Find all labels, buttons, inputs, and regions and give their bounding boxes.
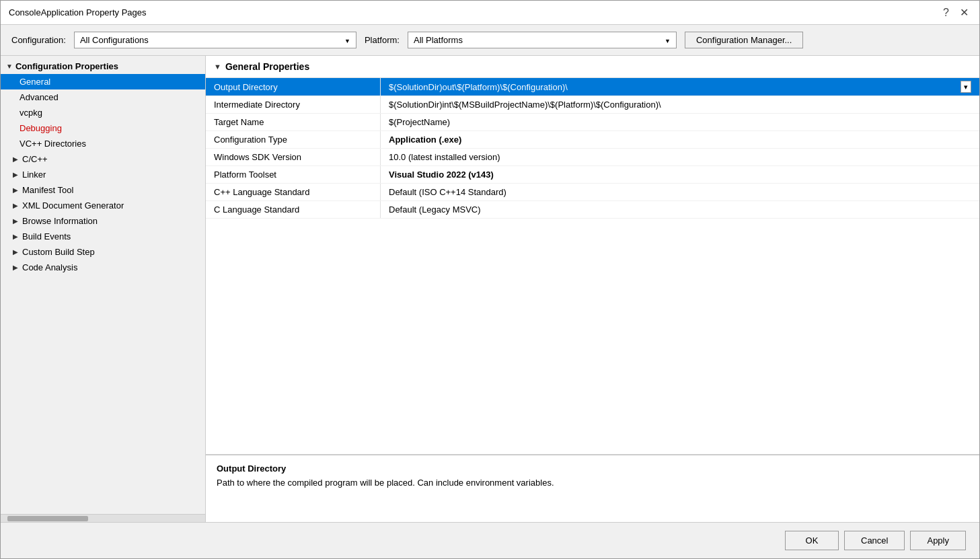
- description-panel: Output Directory Path to where the compi…: [206, 455, 979, 522]
- sidebar-item-debugging[interactable]: Debugging: [1, 120, 205, 136]
- manifest-expand-arrow: [13, 186, 18, 194]
- c-standard-value-text: Default (Legacy MSVC): [389, 204, 971, 215]
- xmldoc-expand-arrow: [13, 202, 18, 209]
- codeanalysis-expand-arrow: [13, 264, 18, 271]
- sidebar-item-custom-build[interactable]: Custom Build Step: [1, 244, 205, 260]
- output-dir-name: Output Directory: [206, 78, 381, 96]
- content-area: ▼ General Properties Output Directory $(…: [206, 56, 979, 522]
- output-dir-dropdown-btn[interactable]: ▾: [960, 81, 971, 93]
- sidebar-item-linker[interactable]: Linker: [1, 167, 205, 182]
- description-title: Output Directory: [217, 463, 969, 474]
- property-row-config-type[interactable]: Configuration Type Application (.exe): [206, 131, 979, 149]
- xmldoc-label: XML Document Generator: [22, 200, 124, 211]
- sidebar-section-title: Configuration Properties: [15, 61, 118, 71]
- buildevents-label: Build Events: [22, 231, 71, 241]
- custombuild-expand-arrow: [13, 248, 18, 256]
- buildevents-expand-arrow: [13, 233, 18, 240]
- sidebar-item-vcdirectories[interactable]: VC++ Directories: [1, 136, 205, 151]
- cancel-button[interactable]: Cancel: [844, 531, 905, 550]
- custombuild-label: Custom Build Step: [22, 247, 95, 257]
- sidebar-item-build-events[interactable]: Build Events: [1, 229, 205, 244]
- platform-dropdown[interactable]: All Platforms: [408, 32, 677, 48]
- intermediate-dir-value: $(SolutionDir)int\$(MSBuildProjectName)\…: [381, 96, 979, 113]
- property-row-sdk-version[interactable]: Windows SDK Version 10.0 (latest install…: [206, 149, 979, 166]
- config-dropdown-arrow: [344, 35, 350, 45]
- sidebar-item-browse-info[interactable]: Browse Information: [1, 213, 205, 229]
- config-value: All Configurations: [80, 35, 149, 45]
- section-arrow: ▼: [214, 63, 221, 71]
- sidebar-item-vcpkg[interactable]: vcpkg: [1, 105, 205, 120]
- footer: OK Cancel Apply: [1, 522, 979, 558]
- description-text: Path to where the compiled program will …: [217, 478, 969, 488]
- codeanalysis-label: Code Analysis: [22, 262, 77, 272]
- linker-label: Linker: [22, 170, 46, 180]
- sidebar-item-manifest-tool[interactable]: Manifest Tool: [1, 182, 205, 198]
- close-button[interactable]: ✕: [957, 6, 971, 19]
- property-row-intermediate-dir[interactable]: Intermediate Directory $(SolutionDir)int…: [206, 96, 979, 114]
- sidebar-item-general[interactable]: General: [1, 74, 205, 89]
- main-area: ▼ Configuration Properties General Advan…: [1, 56, 979, 522]
- section-title: General Properties: [225, 61, 309, 72]
- properties-section: ▼ General Properties Output Directory $(…: [206, 56, 979, 455]
- sidebar: ▼ Configuration Properties General Advan…: [1, 56, 206, 522]
- output-dir-value-text: $(SolutionDir)out\$(Platform)\$(Configur…: [389, 82, 960, 92]
- platform-toolset-value-text: Visual Studio 2022 (v143): [389, 170, 971, 180]
- config-type-value: Application (.exe): [381, 131, 979, 148]
- property-row-platform-toolset[interactable]: Platform Toolset Visual Studio 2022 (v14…: [206, 166, 979, 184]
- section-collapse-arrow: ▼: [6, 63, 13, 70]
- platform-dropdown-arrow: [665, 35, 671, 45]
- sidebar-item-cpp[interactable]: C/C++: [1, 151, 205, 167]
- config-dropdown[interactable]: All Configurations: [74, 32, 356, 48]
- title-bar-buttons: ? ✕: [940, 6, 971, 19]
- sidebar-horizontal-scrollbar[interactable]: [1, 514, 205, 522]
- config-row: Configuration: All Configurations Platfo…: [1, 25, 979, 56]
- sdk-version-label: Windows SDK Version: [206, 149, 381, 165]
- property-row-cpp-standard[interactable]: C++ Language Standard Default (ISO C++14…: [206, 184, 979, 201]
- config-manager-button[interactable]: Configuration Manager...: [685, 32, 803, 48]
- apply-button[interactable]: Apply: [910, 531, 966, 550]
- sdk-version-value: 10.0 (latest installed version): [381, 149, 979, 165]
- platform-toolset-value: Visual Studio 2022 (v143): [381, 166, 979, 183]
- cpp-standard-label: C++ Language Standard: [206, 184, 381, 200]
- output-dir-value: $(SolutionDir)out\$(Platform)\$(Configur…: [381, 78, 979, 96]
- sidebar-section-header[interactable]: ▼ Configuration Properties: [1, 59, 205, 74]
- cpp-label: C/C++: [22, 154, 48, 164]
- target-name-label: Target Name: [206, 114, 381, 131]
- help-button[interactable]: ?: [940, 6, 952, 19]
- target-name-value-text: $(ProjectName): [389, 117, 971, 127]
- c-standard-label: C Language Standard: [206, 201, 381, 218]
- target-name-value: $(ProjectName): [381, 114, 979, 131]
- general-section-header: ▼ General Properties: [206, 56, 979, 78]
- platform-label: Platform:: [365, 35, 400, 45]
- config-label: Configuration:: [11, 35, 66, 45]
- sidebar-item-advanced[interactable]: Advanced: [1, 89, 205, 105]
- sdk-version-value-text: 10.0 (latest installed version): [389, 152, 971, 162]
- title-bar: ConsoleApplication Property Pages ? ✕: [1, 1, 979, 25]
- property-row-target-name[interactable]: Target Name $(ProjectName): [206, 114, 979, 131]
- property-pages-dialog: ConsoleApplication Property Pages ? ✕ Co…: [0, 0, 980, 559]
- ok-button[interactable]: OK: [785, 531, 839, 550]
- cpp-standard-value-text: Default (ISO C++14 Standard): [389, 187, 971, 197]
- window-title: ConsoleApplication Property Pages: [9, 7, 147, 17]
- intermediate-dir-name: Intermediate Directory: [206, 96, 381, 113]
- sidebar-scrollbar-thumb: [7, 516, 88, 521]
- config-type-label: Configuration Type: [206, 131, 381, 148]
- browse-label: Browse Information: [22, 216, 98, 226]
- c-standard-value: Default (Legacy MSVC): [381, 201, 979, 218]
- config-type-value-text: Application (.exe): [389, 135, 971, 145]
- browse-expand-arrow: [13, 217, 18, 225]
- intermediate-dir-value-text: $(SolutionDir)int\$(MSBuildProjectName)\…: [389, 100, 971, 110]
- sidebar-item-code-analysis[interactable]: Code Analysis: [1, 260, 205, 275]
- sidebar-item-xml-doc[interactable]: XML Document Generator: [1, 198, 205, 213]
- linker-expand-arrow: [13, 171, 18, 178]
- cpp-expand-arrow: [13, 155, 18, 163]
- platform-value: All Platforms: [414, 35, 463, 45]
- cpp-standard-value: Default (ISO C++14 Standard): [381, 184, 979, 200]
- manifest-label: Manifest Tool: [22, 185, 73, 195]
- property-row-output-dir[interactable]: Output Directory $(SolutionDir)out\$(Pla…: [206, 78, 979, 96]
- property-row-c-standard[interactable]: C Language Standard Default (Legacy MSVC…: [206, 201, 979, 219]
- sidebar-tree: ▼ Configuration Properties General Advan…: [1, 56, 205, 514]
- platform-toolset-label: Platform Toolset: [206, 166, 381, 183]
